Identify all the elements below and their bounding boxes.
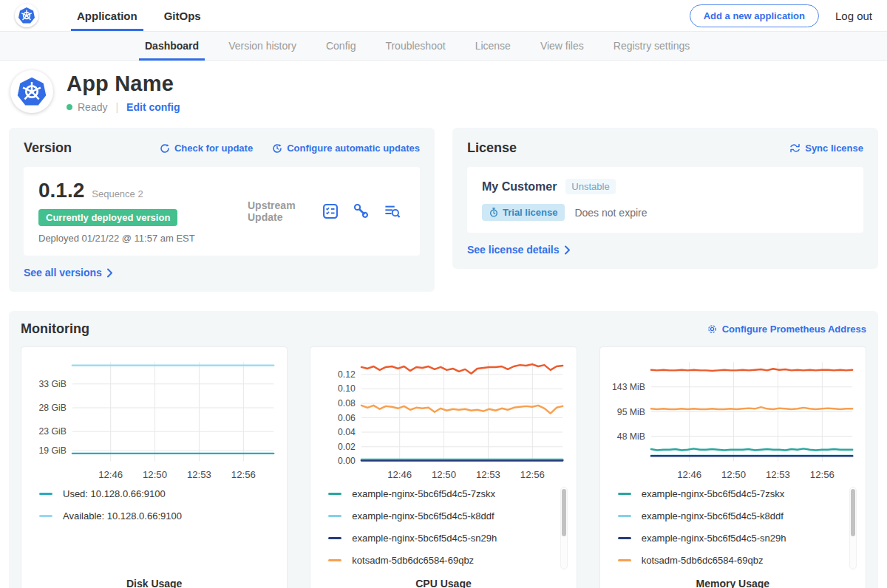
svg-text:12:50: 12:50 [143,469,167,480]
svg-text:12:56: 12:56 [810,469,835,480]
version-sequence: Sequence 2 [92,188,143,199]
legend-item: example-nginx-5bc6f5d4c5-k8ddf [618,510,858,522]
memory-usage-chart-card: 12:4612:5012:5312:56143 MiB95 MiB48 MiB … [599,346,866,588]
legend-item: example-nginx-5bc6f5d4c5-7zskx [328,488,568,499]
chevron-right-icon [106,268,113,278]
subnav-tab-license[interactable]: License [461,32,526,60]
channel-badge: Unstable [565,179,615,194]
legend-scrollbar[interactable] [560,487,568,570]
page-title: App Name [67,72,180,96]
svg-text:0.02: 0.02 [338,442,356,452]
chart-title: Disk Usage [29,578,279,588]
legend-scrollbar[interactable] [849,487,857,570]
legend-color-dash [328,515,341,517]
legend-scrollbar-thumb[interactable] [851,489,855,536]
chart-title: CPU Usage [318,578,568,588]
subnav-tab-config[interactable]: Config [311,32,370,60]
legend-item: example-nginx-5bc6f5d4c5-k8ddf [328,510,568,522]
divider: | [115,101,118,113]
svg-text:12:53: 12:53 [187,469,211,480]
add-new-application-button[interactable]: Add a new application [690,4,819,27]
legend-label: example-nginx-5bc6f5d4c5-7zskx [642,488,785,499]
monitoring-title: Monitoring [21,321,89,337]
edit-config-icon[interactable] [353,203,370,219]
license-type-badge: Trial license [482,204,565,221]
refresh-icon [160,143,170,154]
kubernetes-app-icon [16,76,47,107]
svg-text:48 MiB: 48 MiB [617,431,645,442]
legend-item: example-nginx-5bc6f5d4c5-sn29h [618,533,858,544]
svg-text:12:53: 12:53 [476,469,500,480]
legend-color-dash [618,515,631,517]
legend-label: example-nginx-5bc6f5d4c5-sn29h [642,533,786,544]
legend-color-dash [39,493,52,495]
deploy-logs-icon[interactable] [384,203,401,219]
subnav-tab-dashboard[interactable]: Dashboard [130,32,214,60]
disk-usage-chart-card: 12:4612:5012:5312:5633 GiB28 GiB23 GiB19… [21,346,288,588]
preflight-checks-icon[interactable] [322,203,339,219]
current-version-panel: 0.1.2 Sequence 2 Currently deployed vers… [24,167,420,256]
legend-label: example-nginx-5bc6f5d4c5-7zskx [352,488,495,499]
disk-usage-legend: Used: 10.128.0.66:9100Available: 10.128.… [29,485,279,578]
see-license-details-link[interactable]: See license details [467,244,863,256]
subnav-tab-registry-settings[interactable]: Registry settings [599,32,704,60]
legend-color-dash [39,515,52,517]
topbar-tabs: ApplicationGitOps [64,0,214,31]
cpu-usage-chart: 12:4612:5012:5312:560.120.100.080.060.04… [318,356,568,485]
deployed-timestamp: Deployed 01/21/22 @ 11:57 am EST [38,233,227,244]
chevron-right-icon [564,245,571,255]
sync-license-link[interactable]: Sync license [789,143,863,154]
svg-text:12:56: 12:56 [520,469,545,480]
kubernetes-helm-icon [18,7,35,24]
topbar-tab-gitops[interactable]: GitOps [151,0,214,31]
svg-text:0.12: 0.12 [338,369,356,380]
clock-update-icon [272,143,282,154]
cpu-usage-chart-card: 12:4612:5012:5312:560.120.100.080.060.04… [310,346,577,588]
stopwatch-icon [489,208,498,217]
subnav-tab-troubleshoot[interactable]: Troubleshoot [370,32,460,60]
svg-text:0.10: 0.10 [338,383,356,394]
version-card: Version Check for update Configure au [9,128,435,292]
legend-item: example-nginx-5bc6f5d4c5-sn29h [328,533,568,544]
svg-text:0.04: 0.04 [338,427,356,437]
legend-color-dash [328,493,341,495]
customer-name: My Customer [482,180,557,194]
legend-label: example-nginx-5bc6f5d4c5-k8ddf [642,510,784,522]
legend-item: kotsadm-5db6dc6584-69qbz [328,555,568,566]
subnav-tab-version-history[interactable]: Version history [214,32,311,60]
app-subnav: DashboardVersion historyConfigTroublesho… [0,31,887,61]
svg-text:0.08: 0.08 [338,398,356,408]
top-navbar: ApplicationGitOps Add a new application … [0,0,887,31]
svg-text:0.06: 0.06 [338,413,356,423]
legend-item: Available: 10.128.0.66:9100 [39,510,279,522]
legend-label: example-nginx-5bc6f5d4c5-k8ddf [352,510,494,522]
license-card-title: License [467,140,517,156]
kubernetes-logo[interactable] [15,4,38,27]
edit-config-link[interactable]: Edit config [126,101,180,113]
svg-text:12:56: 12:56 [231,469,256,480]
version-number: 0.1.2 [38,179,84,202]
configure-automatic-updates-link[interactable]: Configure automatic updates [272,143,420,154]
legend-color-dash [618,493,631,495]
gear-icon [707,324,718,335]
logout-button[interactable]: Log out [835,10,872,22]
legend-color-dash [328,559,341,561]
svg-text:12:46: 12:46 [677,469,701,480]
svg-text:95 MiB: 95 MiB [617,407,645,417]
license-panel: My Customer Unstable Trial license Does … [467,167,863,233]
chart-title: Memory Usage [608,578,858,588]
topbar-tab-application[interactable]: Application [64,0,151,31]
license-card: License Sync license My Customer Unstabl… [452,128,878,269]
svg-text:23 GiB: 23 GiB [39,426,67,437]
app-status-text: Ready [78,101,107,113]
legend-color-dash [618,559,631,561]
legend-item: example-nginx-5bc6f5d4c5-7zskx [618,488,858,499]
configure-prometheus-link[interactable]: Configure Prometheus Address [707,324,866,335]
subnav-tab-view-files[interactable]: View files [526,32,599,60]
cpu-usage-legend: example-nginx-5bc6f5d4c5-7zskxexample-ng… [318,485,568,578]
version-card-title: Version [24,140,72,156]
check-for-update-link[interactable]: Check for update [160,143,253,154]
disk-usage-chart: 12:4612:5012:5312:5633 GiB28 GiB23 GiB19… [29,356,279,485]
see-all-versions-link[interactable]: See all versions [24,267,420,278]
legend-scrollbar-thumb[interactable] [562,489,566,536]
